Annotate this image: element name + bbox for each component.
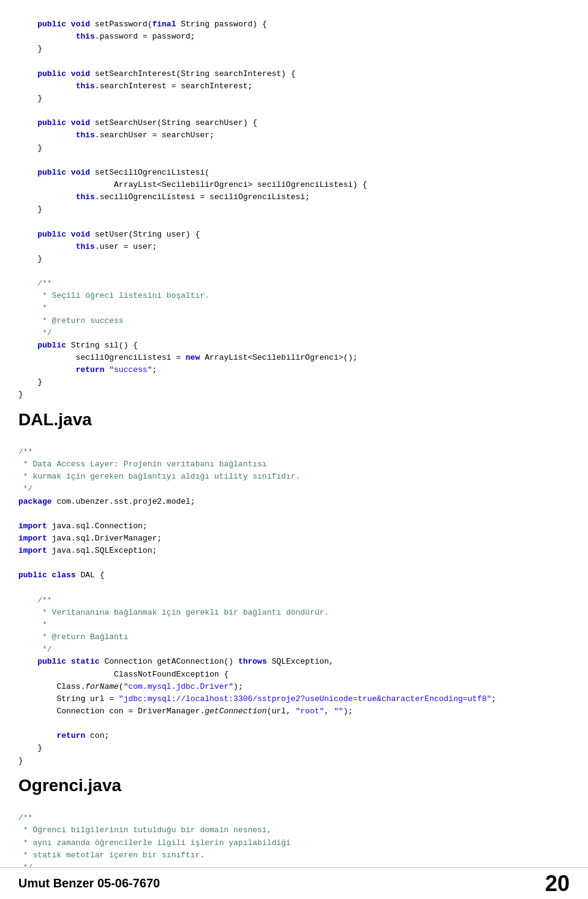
footer-page: 20 xyxy=(545,871,570,897)
code-line: * @return success xyxy=(18,316,124,325)
code-line: } xyxy=(18,390,23,399)
code-line: return "success"; xyxy=(18,365,157,374)
code-line: * kurmak için gereken bağlantıyı aldığı … xyxy=(18,472,300,481)
code-line: this.user = user; xyxy=(18,242,157,251)
ogrenci-java-title: Ogrenci.java xyxy=(18,772,570,798)
code-line: } xyxy=(18,254,42,264)
code-line: } xyxy=(18,377,42,387)
code-line: public void setPassword(final String pas… xyxy=(18,20,267,29)
code-line: Class.forName("com.mysql.jdbc.Driver"); xyxy=(18,682,243,691)
code-line: package com.ubenzer.sst.proje2.model; xyxy=(18,497,195,506)
code-area: public void setPassword(final String pas… xyxy=(0,0,588,899)
code-line: public String sil() { xyxy=(18,341,138,350)
code-line: * Data Access Layer: Projenin veritabanı… xyxy=(18,460,267,469)
code-line: * statik metotlar içeren bir sınıftır. xyxy=(18,851,205,860)
code-line: public void setSearchUser(String searchU… xyxy=(18,118,257,127)
code-line: import java.sql.DriverManager; xyxy=(18,534,162,543)
code-line: public void setSearchInterest(String sea… xyxy=(18,69,296,78)
code-line: } xyxy=(18,94,42,103)
code-line: * Seçili öğreci listesini boşaltır. xyxy=(18,291,209,300)
code-line: seciliOgrenciListesi = new ArrayList<Sec… xyxy=(18,353,358,362)
code-line: */ xyxy=(18,328,52,338)
code-line: ClassNotFoundException { xyxy=(18,670,228,679)
code-line: } xyxy=(18,756,23,765)
footer-author: Umut Benzer 05-06-7670 xyxy=(18,876,160,890)
code-line: public class DAL { xyxy=(18,571,104,580)
code-line: * xyxy=(18,620,47,629)
code-line: * Veritananına bağlanmak için gerekli bi… xyxy=(18,608,329,617)
code-line: this.password = password; xyxy=(18,32,195,41)
code-line: return con; xyxy=(18,731,109,740)
code-line: * Öğrenci bilgilerinin tutulduğu bir dom… xyxy=(18,825,271,835)
code-line: import java.sql.Connection; xyxy=(18,522,148,531)
code-line: /** xyxy=(18,279,52,288)
code-line: import java.sql.SQLException; xyxy=(18,546,157,555)
code-line: ArrayList<SecilebilirOgrenci> seciliOgre… xyxy=(18,180,368,189)
code-line: public static Connection getAConnection(… xyxy=(18,657,334,666)
code-line: String url = "jdbc:mysql://localhost:330… xyxy=(18,694,496,704)
code-line: Connection con = DriverManager.getConnec… xyxy=(18,707,353,716)
code-line: * xyxy=(18,303,47,313)
code-line: /** xyxy=(18,596,52,605)
code-line: this.seciliOgrenciListesi = seciliOgrenc… xyxy=(18,192,310,202)
code-line: /** xyxy=(18,447,32,457)
code-line: this.searchInterest = searchInterest; xyxy=(18,82,252,91)
dal-java-title: DAL.java xyxy=(18,406,570,433)
code-line: public void setUser(String user) { xyxy=(18,230,200,239)
code-line: } xyxy=(18,743,42,753)
code-line: } xyxy=(18,143,42,153)
code-line: */ xyxy=(18,484,32,493)
code-line: * aynı zamanda öğrencilerle ilgili işler… xyxy=(18,838,291,848)
code-line: */ xyxy=(18,645,52,654)
code-line: * @return Bağlantı xyxy=(18,632,128,642)
code-line: this.searchUser = searchUser; xyxy=(18,131,214,140)
code-line: } xyxy=(18,205,42,214)
code-line: } xyxy=(18,44,42,53)
code-line: /** xyxy=(18,813,32,822)
footer: Umut Benzer 05-06-7670 20 xyxy=(0,867,588,899)
code-line: public void setSeciliOgrenciListesi( xyxy=(18,168,209,177)
